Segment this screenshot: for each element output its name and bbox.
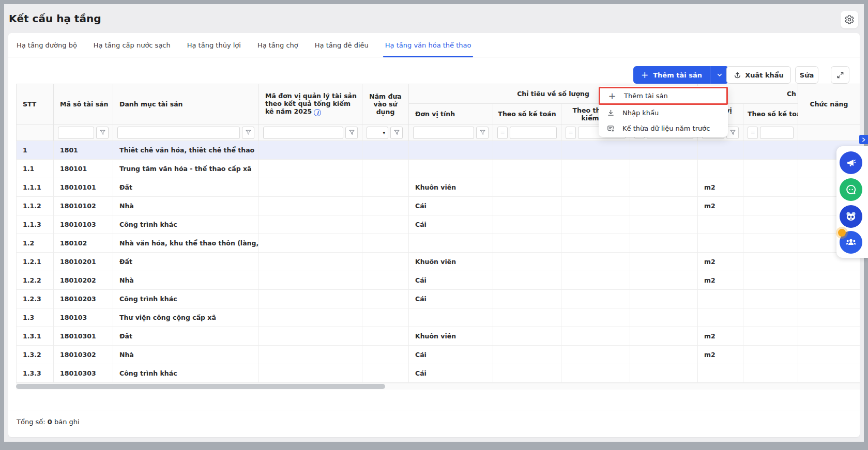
filter-input-ma-don-vi-quan-ly[interactable]	[263, 127, 343, 139]
table-row[interactable]: 1.1.218010102NhàCáim2	[17, 197, 860, 215]
cell-stt: 1	[17, 141, 54, 160]
settings-button[interactable]	[841, 11, 858, 28]
cell-don-vi-tinh-2: m2	[698, 178, 743, 197]
menu-item-them-tai-san[interactable]: + Thêm tài sản	[599, 87, 728, 105]
col-header-ma-so-tai-san[interactable]: Mã số tài sản	[54, 84, 113, 125]
cell-theo-thuc-te-kiem-ke	[561, 346, 630, 364]
tab-ha-tang-cap-nuoc-sach[interactable]: Hạ tầng cấp nước sạch	[94, 33, 171, 57]
filter-funnel-don-vi-tinh-2[interactable]	[726, 127, 739, 139]
assistant-button[interactable]	[840, 205, 862, 228]
tab-ha-tang-duong-bo[interactable]: Hạ tầng đường bộ	[17, 33, 77, 57]
menu-item-ke-thua-du-lieu[interactable]: Kế thừa dữ liệu năm trước	[599, 120, 728, 136]
export-button[interactable]: Xuất khẩu	[726, 66, 791, 84]
col-header-don-vi-tinh[interactable]: Đơn vị tính	[409, 104, 493, 125]
cell-chuc-nang	[798, 346, 860, 364]
cell-ma-don-vi-quan-ly	[259, 327, 362, 346]
table-row[interactable]: 1.1.118010101ĐấtKhuôn viênm2	[17, 178, 860, 197]
cell-hidden-col	[630, 141, 698, 160]
edit-button[interactable]: Sửa	[795, 66, 818, 84]
cell-chuc-nang	[798, 364, 860, 383]
chat-support-button[interactable]	[840, 178, 862, 201]
community-button[interactable]	[840, 231, 862, 254]
add-asset-split-button: + Thêm tài sản	[633, 66, 729, 84]
cell-ma-so-tai-san: 180101	[54, 160, 113, 178]
cell-theo-so-ke-toan	[493, 178, 561, 197]
cell-danh-muc-tai-san: Nhà	[113, 197, 259, 215]
col-header-danh-muc-tai-san[interactable]: Danh mục tài sản	[113, 84, 259, 125]
filter-funnel-don-vi-tinh[interactable]	[476, 127, 489, 139]
cell-chuc-nang	[798, 290, 860, 308]
fullscreen-button[interactable]	[831, 66, 849, 84]
horizontal-scrollbar[interactable]	[16, 383, 860, 390]
col-header-theo-so-ke-toan[interactable]: Theo số kế toán	[493, 104, 561, 125]
horizontal-scrollbar-thumb[interactable]	[16, 384, 385, 389]
cell-ma-so-tai-san: 18010201	[54, 253, 113, 271]
sidebar-collapse-button[interactable]	[859, 135, 868, 144]
menu-item-nhap-khau[interactable]: Nhập khẩu	[599, 105, 728, 120]
tab-ha-tang-cho[interactable]: Hạ tầng chợ	[257, 33, 298, 57]
col-header-chuc-nang[interactable]: Chức năng	[798, 84, 860, 125]
cell-danh-muc-tai-san: Công trình khác	[113, 215, 259, 234]
table-row[interactable]: 1.2180102Nhà văn hóa, khu thể thao thôn …	[17, 234, 860, 253]
tab-ha-tang-van-hoa-the-thao[interactable]: Hạ tầng văn hóa thể thao	[385, 33, 471, 57]
cell-theo-so-ke-toan-2	[743, 141, 798, 160]
table-row[interactable]: 1.2.218010202NhàCáim2	[17, 271, 860, 290]
cell-ma-don-vi-quan-ly	[259, 197, 362, 215]
add-asset-button[interactable]: + Thêm tài sản	[633, 66, 710, 84]
cell-theo-so-ke-toan	[493, 253, 561, 271]
filter-select-nam-dua-vao-su-dung[interactable]: ▾	[367, 127, 388, 139]
cell-don-vi-tinh: Khuôn viên	[409, 253, 493, 271]
cell-theo-so-ke-toan	[493, 160, 561, 178]
table-row[interactable]: 1.1.318010103Công trình khácCái	[17, 215, 860, 234]
tab-ha-tang-thuy-loi[interactable]: Hạ tầng thủy lợi	[187, 33, 241, 57]
cell-danh-muc-tai-san: Công trình khác	[113, 364, 259, 383]
filter-input-theo-so-ke-toan[interactable]	[510, 127, 557, 139]
cell-theo-so-ke-toan-2	[743, 271, 798, 290]
cell-don-vi-tinh-2: m2	[698, 346, 743, 364]
cell-danh-muc-tai-san: Nhà	[113, 346, 259, 364]
filter-funnel-ma-so-tai-san[interactable]	[96, 127, 109, 139]
cell-theo-so-ke-toan	[493, 234, 561, 253]
table-row[interactable]: 1.3180103Thư viện công cộng cấp xã	[17, 308, 860, 327]
cell-nam-dua-vao-su-dung	[362, 271, 409, 290]
cell-theo-so-ke-toan	[493, 308, 561, 327]
table-row[interactable]: 1.2.318010203Công trình khácCái	[17, 290, 860, 308]
cell-don-vi-tinh-2	[698, 308, 743, 327]
table-row[interactable]: 11801Thiết chế văn hóa, thiết chế thể th…	[17, 141, 860, 160]
info-icon[interactable]: i	[314, 109, 321, 116]
chevron-down-icon	[717, 72, 723, 78]
cell-hidden-col	[630, 253, 698, 271]
cell-danh-muc-tai-san: Đất	[113, 253, 259, 271]
add-asset-dropdown-menu: + Thêm tài sản Nhập khẩu Kế t	[599, 86, 728, 137]
cell-theo-so-ke-toan-2	[743, 290, 798, 308]
table-row[interactable]: 1.2.118010201ĐấtKhuôn viênm2	[17, 253, 860, 271]
cell-theo-thuc-te-kiem-ke	[561, 215, 630, 234]
assets-table-region: STT Mã số tài sản Danh mục tài sản Mã đơ…	[16, 84, 860, 390]
table-row[interactable]: 1.1180101Trung tâm văn hóa - thể thao cấ…	[17, 160, 860, 178]
filter-funnel-ma-don-vi-quan-ly[interactable]	[345, 127, 358, 139]
cell-theo-so-ke-toan-2	[743, 308, 798, 327]
col-header-theo-so-ke-toan-2[interactable]: Theo số kế toán	[743, 104, 798, 125]
filter-input-danh-muc-tai-san[interactable]	[117, 127, 240, 139]
total-label: Tổng số:	[17, 418, 45, 426]
cell-theo-so-ke-toan-2	[743, 197, 798, 215]
table-row[interactable]: 1.3.218010302NhàCáim2	[17, 346, 860, 364]
cell-don-vi-tinh-2	[698, 290, 743, 308]
col-header-stt[interactable]: STT	[17, 84, 54, 125]
upload-icon	[734, 71, 741, 79]
filter-input-ma-so-tai-san[interactable]	[58, 127, 94, 139]
filter-funnel-danh-muc-tai-san[interactable]	[242, 127, 254, 139]
col-header-ma-don-vi-quan-ly[interactable]: Mã đơn vị quản lý tài sản theo kết quả t…	[259, 84, 362, 125]
announcement-button[interactable]	[840, 151, 862, 174]
cell-ma-don-vi-quan-ly	[259, 178, 362, 197]
filter-input-theo-so-ke-toan-2[interactable]	[760, 127, 794, 139]
table-row[interactable]: 1.3.118010301ĐấtKhuôn viênm2	[17, 327, 860, 346]
filter-input-don-vi-tinh[interactable]	[413, 127, 474, 139]
megaphone-icon	[845, 157, 857, 168]
col-header-nam-dua-vao-su-dung[interactable]: Năm đưa vào sử dụng	[362, 84, 409, 125]
cell-don-vi-tinh: Cái	[409, 197, 493, 215]
tab-ha-tang-de-dieu[interactable]: Hạ tầng đê điều	[315, 33, 369, 57]
table-row[interactable]: 1.3.318010303Công trình khácCái	[17, 364, 860, 383]
filter-funnel-nam-dua-vao-su-dung[interactable]	[390, 127, 403, 139]
cell-danh-muc-tai-san: Công trình khác	[113, 290, 259, 308]
